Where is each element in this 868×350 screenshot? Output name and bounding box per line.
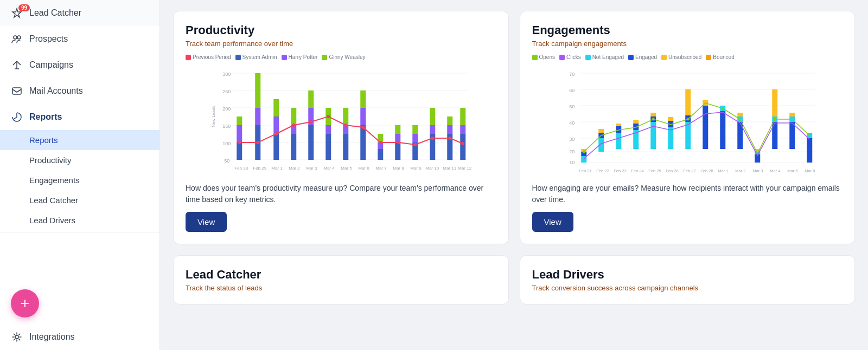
svg-text:Mar 5: Mar 5: [787, 168, 797, 173]
legend-unsubscribed: Unsubscribed: [661, 54, 701, 60]
svg-text:Mar 7: Mar 7: [375, 166, 387, 171]
campaigns-icon: [11, 60, 23, 70]
svg-rect-47: [395, 125, 400, 134]
engagements-chart: 70 60 50 40 30 20 10: [532, 68, 843, 176]
svg-text:Mar 1: Mar 1: [271, 166, 283, 171]
integrations-icon: [11, 332, 23, 342]
svg-text:60: 60: [569, 88, 575, 93]
svg-text:Mar 8: Mar 8: [393, 166, 404, 171]
svg-text:Feb 22: Feb 22: [596, 168, 609, 173]
productivity-subtitle: Track team performance over time: [186, 40, 496, 48]
sidebar-item-prospects[interactable]: Prospects: [0, 26, 159, 52]
legend-clicks: Clicks: [559, 54, 581, 60]
svg-rect-107: [598, 129, 604, 133]
svg-rect-138: [789, 113, 795, 116]
svg-rect-40: [360, 108, 366, 125]
svg-rect-139: [807, 138, 812, 163]
sidebar-sub-lead-drivers[interactable]: Lead Drivers: [0, 210, 159, 230]
sidebar-item-integrations[interactable]: Integrations: [0, 324, 159, 350]
svg-point-67: [361, 126, 365, 129]
sidebar-item-reports[interactable]: Reports: [0, 104, 159, 130]
svg-text:Mar 2: Mar 2: [735, 168, 745, 173]
svg-text:Mar 2: Mar 2: [289, 166, 300, 171]
svg-rect-25: [273, 116, 279, 134]
sidebar-item-lead-catcher-label: Lead Catcher: [29, 8, 81, 18]
svg-rect-32: [308, 90, 314, 108]
svg-rect-57: [460, 134, 465, 160]
sidebar-sub-engagements[interactable]: Engagements: [0, 170, 159, 190]
svg-rect-129: [737, 113, 743, 116]
svg-rect-34: [326, 125, 331, 134]
svg-rect-18: [237, 142, 242, 160]
svg-rect-125: [720, 111, 725, 149]
sidebar-item-lead-catcher[interactable]: Lead Catcher 99: [0, 0, 159, 26]
svg-rect-50: [412, 125, 418, 134]
svg-text:150: 150: [222, 124, 231, 129]
svg-rect-27: [291, 134, 296, 160]
svg-point-144: [773, 118, 776, 121]
engagements-card: Engagements Track campaign engagements O…: [520, 11, 856, 244]
svg-point-62: [275, 132, 278, 135]
legend-engaged: Engaged: [628, 54, 657, 60]
svg-text:300: 300: [222, 72, 231, 77]
svg-text:Mar 11: Mar 11: [443, 166, 456, 171]
svg-text:Mar 6: Mar 6: [358, 166, 369, 171]
reports-icon: [11, 112, 23, 122]
svg-text:Mar 9: Mar 9: [410, 166, 422, 171]
svg-rect-116: [650, 113, 656, 116]
svg-point-72: [448, 137, 451, 140]
svg-text:40: 40: [569, 120, 575, 126]
svg-rect-117: [668, 127, 673, 149]
sidebar-item-mail-accounts[interactable]: Mail Accounts: [0, 78, 159, 104]
svg-rect-113: [633, 120, 639, 124]
productivity-description: How does your team's productivity measur…: [186, 183, 496, 205]
svg-rect-56: [447, 116, 452, 125]
engagements-subtitle: Track campaign engagements: [532, 40, 843, 48]
sidebar-item-campaigns-label: Campaigns: [29, 60, 73, 70]
svg-text:10: 10: [569, 160, 575, 165]
svg-text:100: 100: [222, 141, 231, 146]
lead-catcher-subtitle: Track the status of leads: [186, 284, 496, 292]
svg-rect-119: [668, 117, 673, 121]
lead-catcher-title: Lead Catcher: [186, 268, 496, 282]
svg-point-141: [582, 151, 585, 153]
svg-rect-123: [703, 106, 708, 149]
svg-text:50: 50: [224, 158, 229, 164]
sidebar-sub-reports-label: Reports: [29, 135, 58, 145]
sidebar-item-prospects-label: Prospects: [29, 34, 68, 44]
svg-text:Mar 5: Mar 5: [341, 166, 352, 171]
productivity-legend: Previous Period System Admin Harry Potte…: [186, 54, 496, 60]
svg-rect-23: [255, 73, 260, 108]
svg-point-1: [14, 36, 17, 39]
lead-drivers-card: Lead Drivers Track conversion success ac…: [520, 255, 856, 304]
svg-rect-58: [460, 125, 465, 134]
productivity-view-button[interactable]: View: [186, 212, 227, 232]
svg-text:Feb 28: Feb 28: [700, 168, 713, 173]
svg-rect-30: [308, 125, 314, 160]
svg-rect-122: [685, 89, 691, 115]
svg-rect-33: [326, 134, 331, 160]
svg-point-73: [461, 142, 464, 145]
svg-rect-52: [430, 125, 435, 134]
svg-text:Mar 4: Mar 4: [770, 168, 780, 173]
svg-point-64: [309, 120, 312, 124]
sidebar-sub-reports[interactable]: Reports: [0, 130, 159, 150]
svg-point-69: [397, 141, 400, 144]
svg-text:200: 200: [222, 106, 231, 112]
sidebar-item-campaigns[interactable]: Campaigns: [0, 52, 159, 78]
legend-not-engaged: Not Engaged: [585, 54, 624, 60]
svg-text:Feb 26: Feb 26: [666, 168, 678, 173]
engagements-view-button[interactable]: View: [532, 212, 573, 232]
sidebar-divider: [0, 232, 159, 233]
svg-text:50: 50: [569, 104, 575, 109]
svg-rect-136: [789, 122, 795, 149]
sidebar-sub-productivity[interactable]: Productivity: [0, 150, 159, 170]
fab-icon: +: [21, 295, 29, 312]
fab-add-button[interactable]: +: [11, 289, 39, 317]
svg-text:Mar 3: Mar 3: [306, 166, 317, 171]
svg-text:Mar 4: Mar 4: [323, 166, 335, 171]
legend-previous-period: Previous Period: [186, 54, 231, 60]
sidebar-sub-productivity-label: Productivity: [29, 155, 72, 165]
svg-point-68: [379, 141, 382, 144]
sidebar-sub-lead-catcher[interactable]: Lead Catcher: [0, 190, 159, 210]
